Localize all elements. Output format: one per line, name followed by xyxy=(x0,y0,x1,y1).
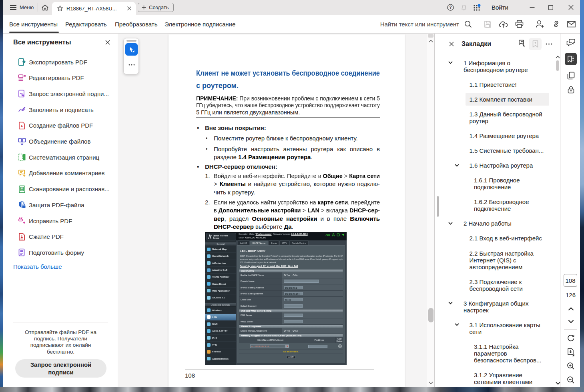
zoom-in-button[interactable] xyxy=(565,360,577,372)
document-scrollbar[interactable] xyxy=(427,34,434,387)
bookmarks-scroll-up[interactable] xyxy=(555,54,561,60)
export-page-button[interactable] xyxy=(565,346,577,358)
router-menu-wireless[interactable]: Wireless xyxy=(205,307,236,314)
bookmark-item[interactable]: 3 Конфигурация общихнастроек xyxy=(435,297,555,316)
router-menu-lan[interactable]: LAN xyxy=(205,314,236,321)
router-input[interactable]: 192.168.50.2 xyxy=(284,286,303,289)
router-tab-switch-control[interactable]: Switch Control xyxy=(290,240,309,245)
tab-all-tools[interactable]: Все инструменты xyxy=(9,15,58,33)
save-button[interactable] xyxy=(483,19,492,29)
print-button[interactable] xyxy=(514,19,524,29)
page-thumbnails-button[interactable] xyxy=(565,70,577,82)
tool-item-10[interactable]: Защита PDF-файла xyxy=(3,197,118,213)
widget-more-button[interactable] xyxy=(124,61,139,69)
router-tab-lan-ip[interactable]: LAN IP xyxy=(238,240,249,245)
bookmarks-panel-button[interactable] xyxy=(565,53,577,65)
tab-esign[interactable]: Электронное подписание xyxy=(165,15,235,33)
router-menu-administration[interactable]: Administration xyxy=(205,355,236,362)
router-menu-adaptive-qos[interactable]: Adaptive QoS xyxy=(205,267,236,274)
search-button[interactable] xyxy=(463,19,473,29)
router-mac-select[interactable]: ex: 04:D4:F4:C4:14 xyxy=(250,344,289,348)
bookmarks-scrollbar-thumb[interactable] xyxy=(556,60,559,71)
router-menu-guest-network[interactable]: Guest Network xyxy=(205,253,236,260)
bookmark-item[interactable]: 2.1 Вход в веб-интерфейс xyxy=(435,232,555,245)
router-menu-alexa-ifttt[interactable]: Alexa & IFTTT xyxy=(205,328,236,334)
scroll-down-button[interactable] xyxy=(428,380,433,386)
bookmark-item[interactable]: 2 Начало работы xyxy=(435,217,555,230)
protection-button[interactable] xyxy=(565,84,577,96)
home-button[interactable] xyxy=(42,0,48,15)
tab-edit[interactable]: Редактировать xyxy=(65,15,107,33)
router-add-button[interactable]: ⊕ xyxy=(338,344,342,348)
router-input[interactable] xyxy=(284,304,303,308)
refresh-button[interactable] xyxy=(565,332,577,344)
router-tab-dhcp-server[interactable]: DHCP Server xyxy=(250,240,268,245)
current-page-box[interactable]: 108 xyxy=(564,274,577,287)
router-menu-traffic-analyzer[interactable]: Traffic Analyzer xyxy=(205,274,236,280)
panel-resize-grip[interactable] xyxy=(437,196,439,217)
request-esign-button[interactable]: Запрос электроннойподписи xyxy=(15,359,106,378)
bookmark-item[interactable]: 1.6 Настройка роутера xyxy=(435,159,555,172)
router-apply-button[interactable]: Apply xyxy=(286,355,296,359)
tools-panel-close-button[interactable] xyxy=(104,39,111,46)
bookmark-item[interactable]: 1.3 Данный беспроводнойроутер xyxy=(435,108,555,127)
bookmark-item[interactable]: 1.6.2 Беспроводноеподключение xyxy=(435,196,555,215)
tool-item-2[interactable]: Редактировать PDF xyxy=(3,70,118,86)
apps-grid-button[interactable] xyxy=(472,0,482,15)
bookmarks-close-button[interactable] xyxy=(448,40,455,48)
router-menu-vpn[interactable]: VPN xyxy=(205,342,236,348)
document-tab[interactable]: R18867_RT-AX58U... xyxy=(52,2,136,15)
show-more-link[interactable]: Показать больше xyxy=(13,263,62,270)
create-button[interactable]: Создать xyxy=(138,3,174,12)
router-radio-no[interactable]: No xyxy=(293,274,298,276)
tab-close-icon[interactable] xyxy=(127,6,132,11)
add-user-button[interactable] xyxy=(535,19,545,29)
zoom-out-button[interactable] xyxy=(565,374,577,386)
router-menu-wan[interactable]: WAN xyxy=(205,321,236,328)
tool-item-11[interactable]: Исправить PDF xyxy=(3,213,118,229)
router-input[interactable] xyxy=(284,314,303,317)
tool-item-7[interactable]: Систематизация страниц xyxy=(3,149,118,165)
select-tool-button[interactable] xyxy=(125,43,138,56)
router-menu-usb-application[interactable]: USB Application xyxy=(205,288,236,294)
bookmarks-scroll-down[interactable] xyxy=(555,380,561,386)
chevron-down-icon[interactable] xyxy=(454,322,460,328)
add-bookmark-button[interactable] xyxy=(518,40,526,48)
router-menu-aiprotection[interactable]: AiProtection xyxy=(205,260,236,267)
chevron-down-icon[interactable] xyxy=(454,163,460,168)
window-close-button[interactable] xyxy=(565,0,577,15)
chevron-down-icon[interactable] xyxy=(448,300,454,306)
tool-item-6[interactable]: Объединение файлов xyxy=(3,134,118,150)
router-radio-no[interactable]: No xyxy=(293,330,298,332)
router-radio-yes[interactable]: Yes xyxy=(284,330,290,332)
bookmark-disabled-button[interactable] xyxy=(529,38,542,50)
chevron-down-icon[interactable] xyxy=(448,221,454,226)
bookmark-item[interactable]: 1.4 Размещение роутера xyxy=(435,129,555,142)
bookmark-item[interactable]: 3.1.2 Управлениесетевыми клиентами xyxy=(435,369,555,388)
bookmark-item[interactable]: 2.3 Подключение кбеспроводной сети xyxy=(435,275,555,295)
router-input[interactable]: 192.168.50.254 xyxy=(284,292,303,295)
share-link-button[interactable] xyxy=(551,19,561,29)
bookmark-item[interactable]: 1.6.1 Проводноеподключение xyxy=(435,174,555,194)
email-button[interactable] xyxy=(566,19,576,29)
previous-page-button[interactable] xyxy=(565,303,577,315)
tool-item-8[interactable]: Добавление комментариев xyxy=(3,165,118,181)
router-tab-route[interactable]: Route xyxy=(269,240,279,245)
bookmark-item[interactable]: 1.2 Комплект поставки xyxy=(435,93,555,106)
bookmark-item[interactable]: 3.1 Использование картысети xyxy=(435,318,555,338)
bookmarks-more-button[interactable] xyxy=(545,40,553,48)
router-tab-iptv[interactable]: IPTV xyxy=(279,240,289,245)
router-menu-network-map[interactable]: Network Map xyxy=(205,246,236,253)
chevron-down-icon[interactable] xyxy=(448,60,454,66)
router-input[interactable]: 86400 xyxy=(284,298,303,301)
bookmark-item[interactable]: 1 Информация обеспроводном роутере xyxy=(435,56,555,76)
help-button[interactable]: ? xyxy=(446,0,455,15)
signin-button[interactable]: Войти xyxy=(488,0,512,15)
minimize-button[interactable] xyxy=(526,0,538,15)
menu-button[interactable]: Меню xyxy=(10,0,34,15)
bookmark-item[interactable]: 1.5 Системные требован... xyxy=(435,144,555,157)
tool-item-3[interactable]: Запрос электронной подпи... xyxy=(3,86,118,102)
router-menu-aicloud-2-0[interactable]: AiCloud 2.0 xyxy=(205,294,236,301)
router-radio-yes[interactable]: Yes xyxy=(284,274,290,276)
notifications-button[interactable] xyxy=(459,0,469,15)
